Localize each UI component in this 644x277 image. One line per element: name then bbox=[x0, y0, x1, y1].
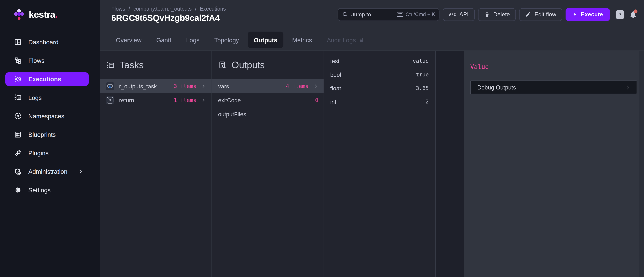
search-placeholder: Jump to... bbox=[352, 11, 376, 18]
tab-outputs[interactable]: Outputs bbox=[248, 32, 284, 48]
kestra-logo[interactable]: kestra. bbox=[0, 0, 100, 28]
breadcrumb-separator: / bbox=[128, 6, 130, 12]
output-row-outputfiles[interactable]: outputFiles bbox=[212, 107, 324, 121]
sidebar-item-dashboard[interactable]: Dashboard bbox=[0, 33, 100, 51]
sidebar-item-administration[interactable]: Administration bbox=[0, 162, 100, 181]
tab-gantt[interactable]: Gantt bbox=[150, 32, 178, 48]
tab-logs[interactable]: Logs bbox=[180, 32, 206, 48]
output-label: vars bbox=[218, 83, 229, 89]
breadcrumb-separator: / bbox=[195, 6, 196, 12]
top-header: Flows / company.team.r_outputs / Executi… bbox=[100, 0, 644, 29]
task-row-return[interactable]: (x) return 1 items bbox=[100, 93, 212, 107]
sidebar-item-blueprints[interactable]: Blueprints bbox=[0, 125, 100, 144]
chevron-right-icon bbox=[201, 97, 206, 103]
output-row-vars[interactable]: vars 4 items bbox=[212, 79, 324, 93]
sidebar-item-label: Dashboard bbox=[28, 38, 58, 46]
debug-outputs-button[interactable]: Debug Outputs bbox=[470, 80, 637, 94]
sidebar-item-settings[interactable]: Settings bbox=[0, 181, 100, 199]
tasks-icon bbox=[106, 60, 115, 70]
tab-audit-logs: Audit Logs bbox=[321, 32, 370, 48]
plugins-icon bbox=[14, 149, 22, 157]
attribute-key: test bbox=[330, 58, 340, 64]
trash-icon bbox=[484, 11, 490, 18]
sidebar-item-plugins[interactable]: Plugins bbox=[0, 144, 100, 162]
brand-dot: . bbox=[55, 9, 58, 20]
breadcrumb: Flows / company.team.r_outputs / Executi… bbox=[111, 6, 338, 12]
outputs-panel: Tasks R r_outputs_task 3 items bbox=[100, 51, 644, 277]
lightning-bolt-icon bbox=[573, 12, 578, 17]
jump-to-search[interactable]: Jump to... Ctrl/Cmd + K bbox=[338, 8, 440, 21]
sidebar-item-flows[interactable]: Flows bbox=[0, 52, 100, 70]
delete-button[interactable]: Delete bbox=[478, 8, 516, 21]
flows-icon bbox=[14, 57, 22, 64]
edit-flow-button[interactable]: Edit flow bbox=[519, 8, 562, 21]
attribute-row-int[interactable]: int 2 bbox=[324, 95, 435, 108]
value-panel-title: Value bbox=[470, 63, 639, 71]
sidebar-item-label: Logs bbox=[28, 94, 42, 101]
vertical-scrollbar[interactable] bbox=[638, 51, 644, 277]
outputs-icon bbox=[218, 60, 227, 70]
tab-topology[interactable]: Topology bbox=[208, 32, 245, 48]
sidebar-item-executions[interactable]: Executions bbox=[6, 72, 89, 86]
outputs-column: Outputs vars 4 items exitCode 0 bbox=[212, 51, 324, 277]
keyboard-icon bbox=[396, 12, 403, 17]
sidebar-nav: Dashboard Flows Executions Logs bbox=[0, 33, 100, 199]
execution-id-title: 6RGC9t6SQvHzgb9cal2fA4 bbox=[111, 13, 338, 23]
sidebar-item-label: Executions bbox=[28, 76, 61, 82]
return-task-icon: (x) bbox=[106, 96, 114, 104]
svg-text:R: R bbox=[109, 84, 112, 89]
sidebar-item-logs[interactable]: Logs bbox=[0, 88, 100, 107]
sidebar-item-namespaces[interactable]: Namespaces bbox=[0, 107, 100, 125]
task-items-count: 1 items bbox=[174, 97, 196, 103]
output-value: 0 bbox=[315, 97, 318, 103]
breadcrumb-executions[interactable]: Executions bbox=[200, 6, 226, 12]
task-row-r-outputs-task[interactable]: R r_outputs_task 3 items bbox=[100, 79, 212, 93]
sidebar-item-label: Blueprints bbox=[28, 131, 56, 138]
question-mark-icon: ? bbox=[618, 11, 622, 18]
attribute-row-bool[interactable]: bool true bbox=[324, 68, 435, 82]
execute-button[interactable]: Execute bbox=[566, 8, 610, 21]
attribute-row-test[interactable]: test value bbox=[324, 54, 435, 68]
notifications-button[interactable] bbox=[629, 10, 637, 18]
chevron-right-icon bbox=[625, 84, 631, 90]
breadcrumb-flows[interactable]: Flows bbox=[111, 6, 125, 12]
tab-overview[interactable]: Overview bbox=[110, 32, 148, 48]
sidebar-item-label: Flows bbox=[28, 57, 44, 64]
sidebar-item-label: Settings bbox=[28, 186, 50, 194]
api-button[interactable]: API API bbox=[443, 8, 475, 21]
task-items-count: 3 items bbox=[174, 83, 196, 89]
execution-tabs: Overview Gantt Logs Topology Outputs Met… bbox=[100, 29, 644, 51]
attribute-row-float[interactable]: float 3.65 bbox=[324, 81, 435, 95]
administration-icon bbox=[14, 168, 22, 176]
attribute-value: 3.65 bbox=[416, 85, 429, 91]
kestra-app: kestra. Dashboard Flows Executions bbox=[0, 0, 644, 277]
help-button[interactable]: ? bbox=[616, 10, 624, 19]
brand-name: kestra bbox=[29, 9, 55, 20]
tasks-column-title: Tasks bbox=[120, 60, 144, 71]
output-row-exitcode[interactable]: exitCode 0 bbox=[212, 93, 324, 107]
output-label: exitCode bbox=[218, 97, 241, 103]
executions-icon bbox=[14, 75, 22, 83]
output-items-count: 4 items bbox=[286, 83, 308, 89]
attribute-key: float bbox=[330, 85, 341, 91]
chevron-right-icon bbox=[313, 83, 318, 89]
settings-gear-icon bbox=[14, 186, 22, 194]
value-panel: Value Debug Outputs bbox=[464, 51, 639, 277]
task-label: return bbox=[119, 97, 134, 103]
sidebar: kestra. Dashboard Flows Executions bbox=[0, 0, 100, 277]
search-shortcut: Ctrl/Cmd + K bbox=[406, 12, 435, 17]
attribute-value: 2 bbox=[426, 98, 429, 105]
tab-metrics[interactable]: Metrics bbox=[286, 32, 318, 48]
logs-icon bbox=[14, 94, 22, 102]
attribute-key: int bbox=[330, 98, 336, 105]
lock-icon bbox=[359, 37, 364, 42]
attribute-key: bool bbox=[330, 71, 341, 78]
namespaces-icon bbox=[14, 112, 22, 120]
kestra-logo-icon bbox=[14, 8, 25, 20]
sidebar-item-label: Administration bbox=[28, 168, 67, 175]
breadcrumb-namespace[interactable]: company.team.r_outputs bbox=[133, 6, 192, 12]
pencil-icon bbox=[526, 12, 531, 17]
sidebar-item-label: Plugins bbox=[28, 150, 48, 156]
attributes-column: test value bool true float 3.65 int 2 bbox=[324, 51, 436, 277]
task-label: r_outputs_task bbox=[119, 83, 157, 89]
